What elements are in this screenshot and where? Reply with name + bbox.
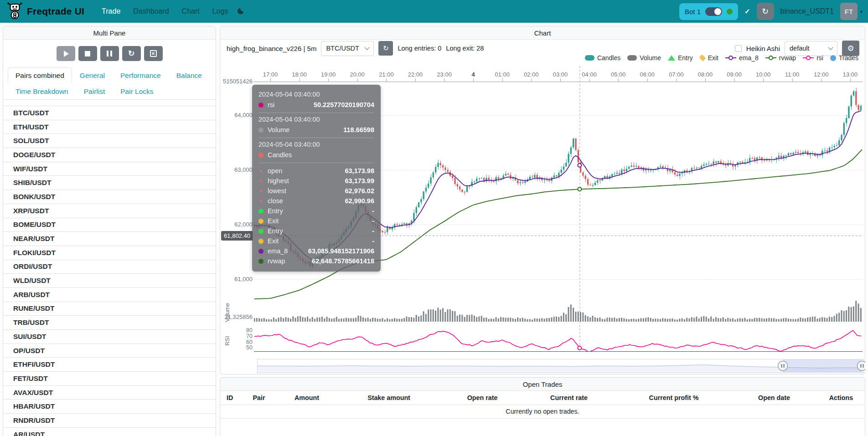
nav-link-logs[interactable]: Logs bbox=[207, 4, 234, 19]
pair-row-eth-usdt[interactable]: ETH/USDT bbox=[3, 120, 216, 134]
open-trades-header: Open Trades bbox=[220, 378, 865, 391]
legend-label: Trades bbox=[839, 54, 858, 62]
nav-link-chart[interactable]: Chart bbox=[176, 4, 205, 19]
tab-performance[interactable]: Performance bbox=[113, 67, 169, 84]
pair-row-sui-usdt[interactable]: SUI/USDT bbox=[3, 330, 216, 344]
pair-row-hbar-usdt[interactable]: HBAR/USDT bbox=[3, 400, 216, 414]
column-header-pair: Pair bbox=[238, 391, 279, 405]
column-header-amount: Amount bbox=[279, 391, 334, 405]
navbar-right: Bot 1 ✓ ↻ binance_USDT1 FT ▾ bbox=[679, 3, 863, 20]
nav-link-dashboard[interactable]: Dashboard bbox=[128, 4, 174, 19]
pause-bot-button[interactable] bbox=[100, 46, 119, 61]
legend-item-ema_8[interactable]: ema_8 bbox=[725, 54, 759, 62]
chart-panel-title: Chart bbox=[534, 29, 551, 37]
multi-pane-header: Multi Pane bbox=[3, 26, 216, 40]
bot-name: Bot 1 bbox=[685, 8, 701, 15]
legend-item-rsi[interactable]: rsi bbox=[803, 54, 823, 62]
app-title: Freqtrade UI bbox=[27, 6, 84, 17]
pair-row-fet-usdt[interactable]: FET/USDT bbox=[3, 372, 216, 386]
ema_8-swatch-icon bbox=[725, 56, 736, 60]
pair-row-near-usdt[interactable]: NEAR/USDT bbox=[3, 232, 216, 246]
pair-row-floki-usdt[interactable]: FLOKI/USDT bbox=[3, 246, 216, 260]
pair-row-op-usdt[interactable]: OP/USDT bbox=[3, 344, 216, 358]
gear-icon: ⚙ bbox=[847, 44, 854, 53]
chart-legend: CandlesVolumeEntryExitema_8rvwaprsiTrade… bbox=[585, 54, 858, 62]
global-reload-button[interactable]: ↻ bbox=[757, 3, 774, 20]
tab-general[interactable]: General bbox=[72, 67, 113, 84]
bot-instance-name: binance_USDT1 bbox=[780, 7, 834, 15]
heikin-ashi-checkbox[interactable] bbox=[735, 45, 742, 52]
pair-select[interactable]: BTC/USDT bbox=[321, 41, 374, 56]
pair-row-rune-usdt[interactable]: RUNE/USDT bbox=[3, 302, 216, 316]
tab-balance[interactable]: Balance bbox=[169, 67, 210, 84]
clear-log-button[interactable]: ✕ bbox=[144, 46, 163, 61]
pair-row-avax-usdt[interactable]: AVAX/USDT bbox=[3, 386, 216, 400]
long-entries-count: Long entries: 0 bbox=[398, 45, 441, 52]
plot-config-select[interactable]: default bbox=[785, 41, 837, 56]
stop-icon bbox=[85, 51, 90, 56]
bot-selector-button[interactable]: Bot 1 bbox=[679, 3, 738, 20]
bot-online-status-dot bbox=[727, 9, 733, 15]
open-trades-header-row: IDPairAmountStake amountOpen rateCurrent… bbox=[220, 391, 865, 405]
open-trades-table: IDPairAmountStake amountOpen rateCurrent… bbox=[220, 391, 865, 419]
legend-item-trades[interactable]: Trades bbox=[830, 54, 858, 62]
pair-row-wif-usdt[interactable]: WIF/USDT bbox=[3, 162, 216, 176]
pair-row-btc-usdt[interactable]: BTC/USDT bbox=[3, 106, 216, 120]
bot-enable-toggle[interactable] bbox=[705, 7, 722, 16]
pair-row-ordi-usdt[interactable]: ORDI/USDT bbox=[3, 260, 216, 274]
legend-label: rvwap bbox=[779, 54, 796, 62]
freqtrade-robot-logo-icon bbox=[7, 1, 22, 21]
pair-row-doge-usdt[interactable]: DOGE/USDT bbox=[3, 148, 216, 162]
legend-label: rsi bbox=[816, 54, 823, 62]
theme-toggle[interactable] bbox=[234, 4, 248, 19]
pair-row-wld-usdt[interactable]: WLD/USDT bbox=[3, 274, 216, 288]
price-chart-canvas[interactable] bbox=[221, 64, 865, 374]
clear-log-icon: ✕ bbox=[150, 50, 157, 57]
pair-row-bonk-usdt[interactable]: BONK/USDT bbox=[3, 190, 216, 204]
candles-swatch-icon bbox=[585, 55, 594, 61]
legend-label: Exit bbox=[708, 54, 718, 62]
chart-refresh-button[interactable]: ↻ bbox=[378, 41, 393, 56]
legend-item-entry[interactable]: Entry bbox=[668, 54, 693, 62]
reload-config-button[interactable]: ↻ bbox=[122, 46, 141, 61]
volume-swatch-icon bbox=[627, 55, 637, 61]
column-header-stake-amount: Stake amount bbox=[334, 391, 444, 405]
avatar-dropdown-caret-icon[interactable]: ▾ bbox=[860, 9, 863, 14]
chart-toolbar-right: Heikin Ashi default ⚙ bbox=[735, 41, 859, 56]
multi-pane-tabs: Pairs combinedGeneralPerformanceBalanceT… bbox=[3, 67, 216, 100]
legend-item-exit[interactable]: Exit bbox=[700, 54, 718, 62]
start-bot-button[interactable] bbox=[57, 46, 75, 61]
nav-links: TradeDashboardChartLogs bbox=[96, 4, 233, 19]
tab-time-breakdown[interactable]: Time Breakdown bbox=[8, 83, 76, 100]
pair-row-ethfi-usdt[interactable]: ETHFI/USDT bbox=[3, 358, 216, 372]
no-open-trades-message: Currently no open trades. bbox=[220, 405, 865, 418]
bot-controls: ↻ ✕ bbox=[3, 40, 216, 67]
pair-row-rndr-usdt[interactable]: RNDR/USDT bbox=[3, 414, 216, 428]
plot-config-value: default bbox=[790, 45, 810, 52]
pair-row-trb-usdt[interactable]: TRB/USDT bbox=[3, 316, 216, 330]
column-header-id: ID bbox=[220, 391, 238, 405]
tab-pairlist[interactable]: Pairlist bbox=[76, 83, 113, 100]
pause-icon bbox=[107, 51, 112, 56]
pair-row-sol-usdt[interactable]: SOL/USDT bbox=[3, 134, 216, 148]
stop-bot-button[interactable] bbox=[78, 46, 97, 61]
pair-row-ar-usdt[interactable]: AR/USDT bbox=[3, 428, 216, 436]
legend-item-candles[interactable]: Candles bbox=[585, 54, 620, 62]
legend-label: Volume bbox=[640, 54, 661, 62]
plot-settings-button[interactable]: ⚙ bbox=[842, 41, 859, 56]
legend-item-rvwap[interactable]: rvwap bbox=[765, 54, 796, 62]
brand[interactable]: Freqtrade UI bbox=[7, 1, 84, 21]
tab-pairs-combined[interactable]: Pairs combined bbox=[8, 67, 72, 84]
multi-pane-title: Multi Pane bbox=[93, 29, 126, 37]
pair-row-shib-usdt[interactable]: SHIB/USDT bbox=[3, 176, 216, 190]
legend-label: Candles bbox=[597, 54, 620, 62]
user-avatar[interactable]: FT bbox=[840, 3, 858, 20]
pair-row-bome-usdt[interactable]: BOME/USDT bbox=[3, 218, 216, 232]
exit-swatch-icon bbox=[699, 54, 706, 61]
nav-link-trade[interactable]: Trade bbox=[96, 4, 126, 19]
legend-item-volume[interactable]: Volume bbox=[627, 54, 661, 62]
pair-row-xrp-usdt[interactable]: XRP/USDT bbox=[3, 204, 216, 218]
pair-row-arb-usdt[interactable]: ARB/USDT bbox=[3, 288, 216, 302]
open-trades-panel: Open Trades IDPairAmountStake amountOpen… bbox=[220, 377, 865, 436]
tab-pair-locks[interactable]: Pair Locks bbox=[113, 83, 161, 100]
